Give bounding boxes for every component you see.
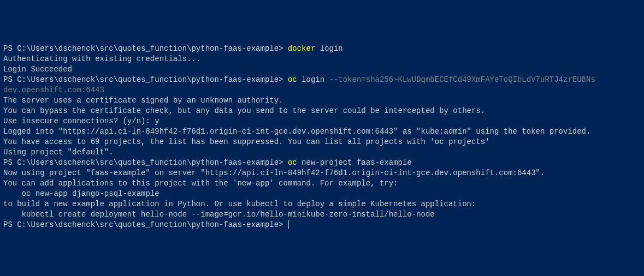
command: oc xyxy=(288,75,297,84)
prompt: PS C:\Users\dschenck\src\quotes_function… xyxy=(3,44,288,53)
terminal-line: to build a new example application in Py… xyxy=(3,199,641,209)
prompt: PS C:\Users\dschenck\src\quotes_function… xyxy=(3,158,288,167)
terminal-line: You can add applications to this project… xyxy=(3,178,641,189)
terminal-line: The server uses a certificate signed by … xyxy=(3,95,641,106)
terminal-line: PS C:\Users\dschenck\src\quotes_function… xyxy=(3,44,641,54)
terminal-line: Login Succeeded xyxy=(3,64,641,75)
terminal-line: PS C:\Users\dschenck\src\quotes_function… xyxy=(3,220,641,230)
command-args: login xyxy=(315,44,342,53)
terminal-line: Authenticating with existing credentials… xyxy=(3,54,641,64)
terminal-line: oc new-app django-psql-example xyxy=(3,189,641,199)
terminal-line: Use insecure connections? (y/n): y xyxy=(3,116,641,127)
terminal-line: Logged into "https://api.ci-ln-849hf42-f… xyxy=(3,127,641,137)
terminal-output[interactable]: PS C:\Users\dschenck\src\quotes_function… xyxy=(3,44,641,230)
command: docker xyxy=(288,44,315,53)
terminal-line: kubectl create deployment hello-node --i… xyxy=(3,209,641,220)
command: oc xyxy=(288,158,297,167)
terminal-line: You have access to 69 projects, the list… xyxy=(3,137,641,147)
terminal-line: You can bypass the certificate check, bu… xyxy=(3,106,641,116)
terminal-line: Using project "default". xyxy=(3,147,641,158)
terminal-line: PS C:\Users\dschenck\src\quotes_function… xyxy=(3,75,641,85)
terminal-line: PS C:\Users\dschenck\src\quotes_function… xyxy=(3,158,641,168)
cursor-icon xyxy=(288,220,289,229)
command-args: new-project faas-example xyxy=(297,158,412,167)
prompt: PS C:\Users\dschenck\src\quotes_function… xyxy=(3,75,288,84)
prompt: PS C:\Users\dschenck\src\quotes_function… xyxy=(3,220,288,229)
command-token: --token=sha256~KLwUDqmbECEfCd49XmFAYeToQ… xyxy=(329,75,600,84)
terminal-line: dev.openshift.com:6443 xyxy=(3,85,641,95)
command-args: login xyxy=(297,75,329,84)
terminal-line: Now using project "faas-example" on serv… xyxy=(3,168,641,178)
